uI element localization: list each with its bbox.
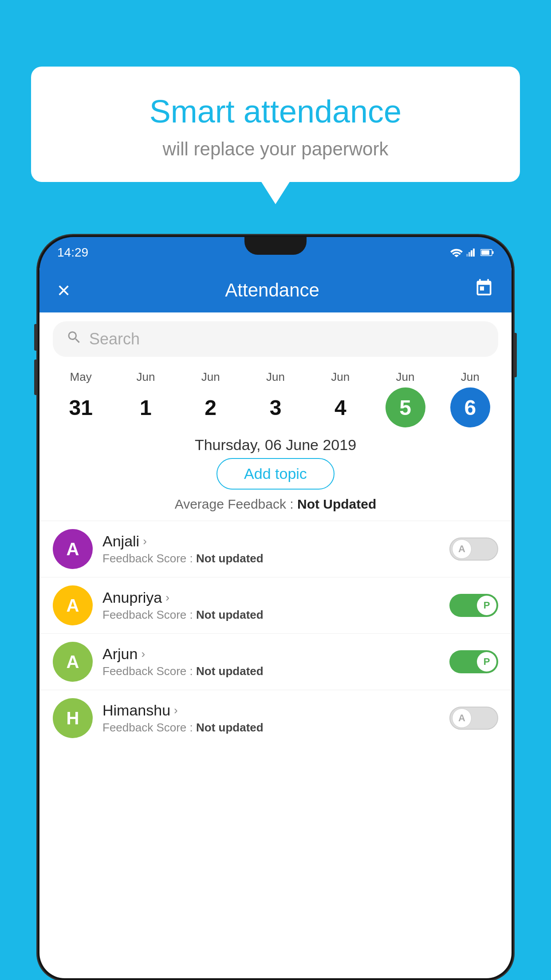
student-list: AAnjali ›Feedback Score : Not updatedAAA… — [39, 521, 512, 746]
cal-month-label: Jun — [266, 370, 285, 384]
screen-content: × Attendance Search May31Jun1Jun2Ju — [39, 268, 512, 978]
student-feedback: Feedback Score : Not updated — [102, 608, 440, 622]
student-name: Himanshu › — [102, 702, 440, 719]
vol-up-button[interactable] — [34, 324, 38, 351]
svg-rect-2 — [471, 250, 472, 257]
search-placeholder: Search — [89, 330, 140, 348]
wifi-icon — [450, 248, 463, 257]
attendance-toggle[interactable]: P — [449, 650, 498, 673]
toggle-switch[interactable]: P — [449, 650, 498, 673]
cal-month-label: Jun — [136, 370, 155, 384]
student-name: Anjali › — [102, 533, 440, 550]
student-feedback: Feedback Score : Not updated — [102, 721, 440, 735]
avg-feedback-label: Average Feedback : — [175, 497, 294, 511]
svg-rect-3 — [473, 249, 475, 257]
student-avatar: A — [53, 642, 93, 682]
student-feedback: Feedback Score : Not updated — [102, 664, 440, 678]
student-info: Himanshu ›Feedback Score : Not updated — [102, 702, 440, 735]
close-button[interactable]: × — [57, 277, 70, 303]
toggle-thumb: P — [477, 652, 496, 672]
app-bar: × Attendance — [39, 268, 512, 312]
student-name: Anupriya › — [102, 589, 440, 606]
selected-date: Thursday, 06 June 2019 — [39, 436, 512, 454]
toggle-thumb: P — [477, 596, 496, 615]
calendar-icon[interactable] — [474, 278, 494, 302]
calendar-day-4[interactable]: Jun4 — [320, 370, 360, 427]
student-name: Arjun › — [102, 645, 440, 663]
search-icon — [66, 329, 82, 349]
cal-month-label: Jun — [331, 370, 350, 384]
status-icons — [450, 248, 494, 257]
student-row[interactable]: HHimanshu ›Feedback Score : Not updatedA — [39, 690, 512, 746]
student-row[interactable]: AArjun ›Feedback Score : Not updatedP — [39, 633, 512, 690]
status-time: 14:29 — [57, 245, 88, 260]
add-topic-button[interactable]: Add topic — [216, 458, 335, 490]
toggle-switch[interactable]: A — [449, 537, 498, 561]
cal-month-label: May — [70, 370, 92, 384]
calendar-day-1[interactable]: Jun1 — [126, 370, 165, 427]
svg-rect-6 — [481, 250, 489, 255]
attendance-toggle[interactable]: P — [449, 594, 498, 617]
toggle-thumb: A — [452, 708, 472, 728]
toggle-thumb: A — [452, 539, 472, 559]
status-bar: 14:29 — [39, 237, 512, 268]
toggle-switch[interactable]: A — [449, 707, 498, 730]
chevron-icon: › — [165, 591, 169, 605]
power-button[interactable] — [513, 333, 517, 377]
student-row[interactable]: AAnupriya ›Feedback Score : Not updatedP — [39, 577, 512, 633]
average-feedback: Average Feedback : Not Updated — [39, 497, 512, 512]
attendance-toggle[interactable]: A — [449, 537, 498, 561]
app-bar-title: Attendance — [225, 280, 319, 301]
svg-rect-0 — [466, 254, 468, 257]
calendar-day-5[interactable]: Jun5 — [386, 370, 425, 427]
battery-icon — [480, 249, 494, 257]
cal-day-num[interactable]: 2 — [191, 387, 231, 427]
bubble-subtitle: will replace your paperwork — [49, 138, 502, 160]
phone-screen: 14:29 — [39, 237, 512, 978]
cal-day-num[interactable]: 6 — [450, 387, 490, 427]
toggle-switch[interactable]: P — [449, 594, 498, 617]
calendar-svg — [474, 278, 494, 298]
student-avatar: A — [53, 585, 93, 625]
phone-frame: 14:29 — [38, 235, 513, 980]
cal-day-num[interactable]: 31 — [61, 387, 101, 427]
chevron-icon: › — [143, 534, 147, 548]
student-info: Arjun ›Feedback Score : Not updated — [102, 645, 440, 678]
cal-day-num[interactable]: 4 — [320, 387, 360, 427]
cal-day-num[interactable]: 3 — [256, 387, 295, 427]
student-info: Anjali ›Feedback Score : Not updated — [102, 533, 440, 565]
search-svg — [66, 329, 82, 345]
avg-feedback-value: Not Updated — [297, 497, 376, 511]
calendar-day-31[interactable]: May31 — [61, 370, 101, 427]
speech-bubble: Smart attendance will replace your paper… — [31, 67, 520, 182]
student-info: Anupriya ›Feedback Score : Not updated — [102, 589, 440, 622]
bubble-title: Smart attendance — [49, 93, 502, 130]
cal-month-label: Jun — [396, 370, 415, 384]
student-feedback: Feedback Score : Not updated — [102, 552, 440, 565]
cal-month-label: Jun — [461, 370, 480, 384]
attendance-toggle[interactable]: A — [449, 707, 498, 730]
calendar-day-6[interactable]: Jun6 — [450, 370, 490, 427]
cal-month-label: Jun — [201, 370, 220, 384]
calendar-strip: May31Jun1Jun2Jun3Jun4Jun5Jun6 — [39, 361, 512, 427]
svg-rect-5 — [492, 251, 494, 254]
search-bar[interactable]: Search — [53, 321, 498, 357]
svg-rect-1 — [468, 252, 470, 257]
cal-day-num[interactable]: 1 — [126, 387, 165, 427]
chevron-icon: › — [174, 703, 178, 717]
calendar-day-2[interactable]: Jun2 — [191, 370, 231, 427]
student-row[interactable]: AAnjali ›Feedback Score : Not updatedA — [39, 521, 512, 577]
signal-icon — [466, 248, 477, 257]
vol-down-button[interactable] — [34, 360, 38, 395]
student-avatar: H — [53, 698, 93, 738]
chevron-icon: › — [141, 647, 145, 661]
cal-day-num[interactable]: 5 — [386, 387, 425, 427]
calendar-day-3[interactable]: Jun3 — [256, 370, 295, 427]
student-avatar: A — [53, 529, 93, 569]
